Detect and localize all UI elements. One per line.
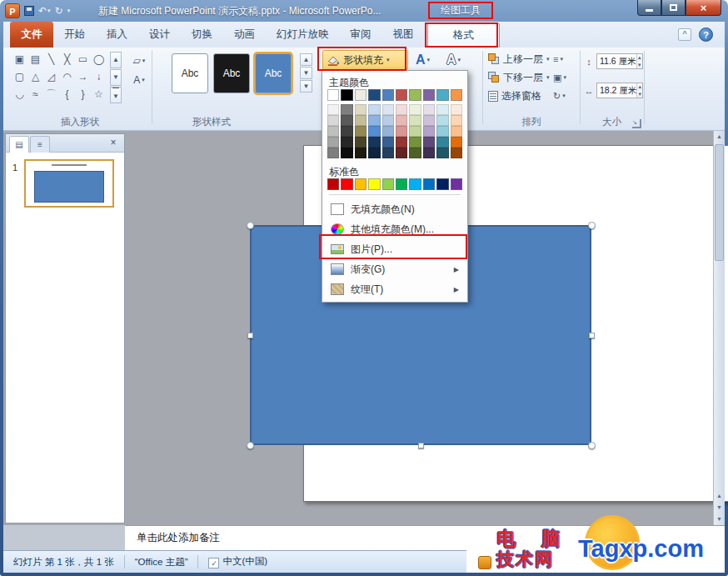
gallery-down-button[interactable]: ▼ [110,69,122,86]
shape-icon[interactable]: → [75,68,91,86]
color-swatch[interactable] [409,137,421,148]
color-swatch[interactable] [368,104,380,115]
fill-menu-item-2[interactable]: 其他填充颜色(M)... [327,219,462,239]
color-swatch[interactable] [327,137,339,148]
scrollbar-thumb[interactable] [715,144,724,261]
color-swatch[interactable] [382,89,394,101]
width-stepper[interactable]: ▲▼ [636,83,642,98]
shape-fill-button[interactable]: 形状填充 ▾ [322,50,408,70]
height-spinner[interactable]: 11.6 厘米 ▲▼ [596,53,643,69]
rotate-button[interactable]: ↻▾ [553,88,578,103]
bring-forward-button[interactable]: 上移一层 ▾ [488,51,550,68]
gallery-up-button[interactable]: ▲ [110,52,122,68]
resize-handle-top-left[interactable] [247,222,254,229]
color-swatch[interactable] [327,126,339,137]
color-swatch[interactable] [423,137,435,148]
shape-icon[interactable]: △ [27,68,43,86]
shape-style-tile-3-selected[interactable]: Abc [255,53,292,93]
color-swatch[interactable] [368,115,380,126]
fill-menu-item-3[interactable]: 图片(P)... [327,239,462,259]
color-swatch[interactable] [396,148,407,158]
color-swatch[interactable] [423,126,435,137]
shape-style-tile-1[interactable]: Abc [172,53,208,93]
color-swatch[interactable] [368,89,380,101]
color-swatch[interactable] [409,104,421,115]
resize-handle-middle-right[interactable] [589,333,595,338]
slide-thumbnail[interactable] [24,159,114,208]
color-swatch[interactable] [355,148,366,158]
color-swatch[interactable] [327,148,339,158]
edit-shape-button[interactable]: ▱▾ [125,53,153,69]
text-effects-button[interactable]: A▾ [446,50,461,70]
previous-slide-button[interactable]: ▲ [714,490,725,502]
shape-icon[interactable]: ▣ [12,51,27,68]
styles-more-button[interactable]: ▼ [300,80,312,93]
color-swatch[interactable] [396,104,407,115]
drawing-tools-context-label[interactable]: 绘图工具 [431,3,490,18]
fill-menu-item-4[interactable]: 渐变(G)▶ [327,259,462,279]
color-swatch[interactable] [436,115,448,126]
color-swatch[interactable] [327,178,339,190]
color-swatch[interactable] [341,126,352,137]
color-swatch[interactable] [341,89,352,101]
color-swatch[interactable] [436,148,448,158]
width-spinner[interactable]: 18.2 厘米 ▲▼ [596,83,643,98]
color-swatch[interactable] [423,148,435,158]
color-swatch[interactable] [409,115,421,126]
customize-qat-button[interactable]: ▾ [67,3,71,18]
undo-button[interactable]: ↶▾ [38,3,51,18]
color-swatch[interactable] [355,115,366,126]
color-swatch[interactable] [355,104,366,115]
text-fill-button[interactable]: A▾ [416,50,430,70]
color-swatch[interactable] [451,115,462,126]
color-swatch[interactable] [382,137,394,148]
color-swatch[interactable] [451,178,462,190]
color-swatch[interactable] [396,137,407,148]
color-swatch[interactable] [368,148,380,158]
shape-icon[interactable]: ⌒ [43,86,59,103]
color-swatch[interactable] [341,115,352,126]
tab-插入[interactable]: 插入 [96,22,138,48]
color-swatch[interactable] [382,178,394,190]
save-button[interactable] [24,6,34,16]
color-swatch[interactable] [451,89,462,101]
color-swatch[interactable] [396,89,407,101]
step-up-icon[interactable]: ▲ [637,83,642,91]
color-swatch[interactable] [341,104,352,115]
resize-handle-bottom-middle[interactable] [418,443,424,448]
powerpoint-app-icon[interactable]: P [5,3,20,18]
shape-icon[interactable]: ▭ [75,51,91,68]
shape-icon[interactable]: ◿ [43,68,59,86]
tab-开始[interactable]: 开始 [53,22,96,48]
fill-menu-item-1[interactable]: 无填充颜色(N) [327,199,462,219]
minimize-ribbon-button[interactable]: ^ [678,28,691,41]
shape-icon[interactable]: ╳ [59,51,75,68]
tab-file[interactable]: 文件 [10,22,53,48]
scroll-up-button[interactable]: ▲ [714,131,725,143]
tab-slides-view[interactable]: ▤ [9,136,29,153]
send-backward-button[interactable]: 下移一层 ▾ [488,69,550,86]
color-swatch[interactable] [327,104,339,115]
group-objects-button[interactable]: ▣▾ [553,70,578,85]
color-swatch[interactable] [341,137,352,148]
color-swatch[interactable] [382,104,394,115]
color-swatch[interactable] [409,126,421,137]
tab-动画[interactable]: 动画 [223,22,266,48]
color-swatch[interactable] [355,126,366,137]
panel-close-button[interactable]: × [107,137,120,150]
color-swatch[interactable] [355,89,366,101]
shape-icon[interactable]: ↓ [91,68,107,86]
next-slide-button[interactable]: ▼ [714,502,725,513]
minimize-button[interactable] [637,0,661,16]
language-indicator[interactable]: ✓中文(中国) [198,555,277,568]
tab-审阅[interactable]: 审阅 [340,22,382,48]
color-swatch[interactable] [409,178,421,190]
tab-幻灯片放映[interactable]: 幻灯片放映 [266,22,340,48]
color-swatch[interactable] [423,178,435,190]
resize-handle-top-right[interactable] [588,222,596,229]
styles-up-button[interactable]: ▲ [300,53,312,66]
tab-设计[interactable]: 设计 [138,22,181,48]
step-down-icon[interactable]: ▼ [637,62,642,69]
tab-format[interactable]: 格式 [427,23,500,48]
color-swatch[interactable] [341,178,352,190]
